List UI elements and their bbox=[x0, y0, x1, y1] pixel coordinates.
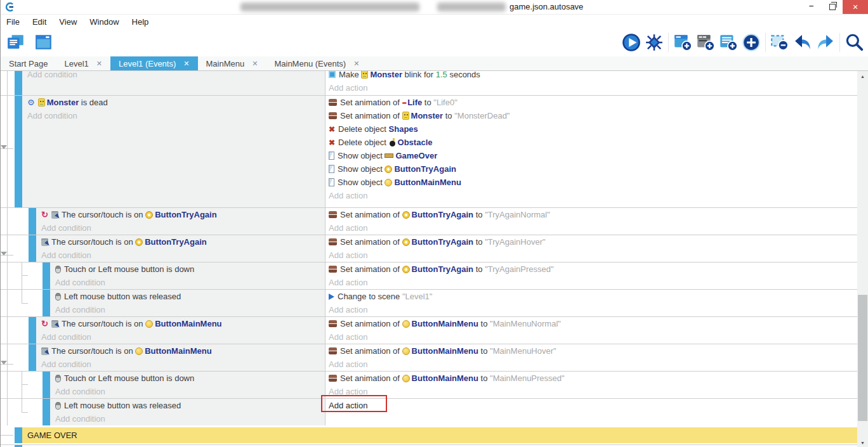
add-comment-icon[interactable] bbox=[717, 31, 740, 54]
tab-bar: Start PageLevel1✕Level1 (Events)✕MainMen… bbox=[1, 56, 868, 71]
add-other-event-icon[interactable] bbox=[740, 31, 763, 54]
coin-ring-icon bbox=[402, 266, 410, 273]
tab-mainmenu-events-[interactable]: MainMenu (Events)✕ bbox=[266, 56, 367, 70]
search-icon[interactable] bbox=[843, 31, 865, 54]
debug-bug-icon[interactable] bbox=[643, 31, 666, 54]
action-line[interactable]: Show object ButtonTryAgain bbox=[329, 162, 857, 176]
menu-item-window[interactable]: Window bbox=[88, 17, 126, 27]
tab-close-icon[interactable]: ✕ bbox=[183, 60, 189, 68]
menu-item-file[interactable]: File bbox=[4, 17, 27, 27]
action-line[interactable]: Set animation of ButtonMainMenu to "Main… bbox=[329, 372, 857, 385]
add-action-link[interactable]: Add action bbox=[329, 221, 857, 235]
add-condition-link[interactable]: Add condition bbox=[41, 330, 325, 344]
event-selection-bar[interactable] bbox=[29, 208, 36, 235]
tab-level1[interactable]: Level1✕ bbox=[56, 56, 110, 70]
action-line[interactable]: Set animation of Life to "Life0" bbox=[329, 96, 857, 109]
add-action-link[interactable]: Add action bbox=[329, 358, 857, 371]
event-sheet: Add conditionMake Monster blink for 1.5 … bbox=[1, 71, 868, 447]
restore-icon[interactable] bbox=[822, 0, 843, 14]
condition-line[interactable]: Touch or Left mouse button is down bbox=[55, 262, 325, 276]
add-condition-link[interactable]: Add condition bbox=[55, 276, 325, 289]
add-condition-link[interactable]: Add condition bbox=[55, 412, 325, 425]
add-action-link[interactable]: Add action bbox=[329, 303, 857, 316]
add-action-link[interactable]: Add action bbox=[329, 249, 857, 262]
action-line[interactable]: Make Monster blink for 1.5 seconds bbox=[329, 71, 857, 81]
events-sheet-icon[interactable] bbox=[4, 31, 27, 54]
scroll-up-icon[interactable]: ▲ bbox=[857, 71, 868, 82]
tab-mainmenu[interactable]: MainMenu✕ bbox=[198, 56, 266, 70]
close-icon[interactable] bbox=[843, 0, 868, 14]
condition-line[interactable]: The cursor/touch is on ButtonMainMenu bbox=[41, 317, 325, 330]
add-action-link[interactable]: Add action bbox=[329, 189, 857, 202]
tab-close-icon[interactable]: ✕ bbox=[252, 60, 258, 68]
minimize-icon[interactable] bbox=[801, 0, 822, 14]
add-event-icon[interactable] bbox=[671, 31, 694, 54]
menu-item-help[interactable]: Help bbox=[130, 17, 156, 27]
tab-start-page[interactable]: Start Page bbox=[1, 56, 56, 70]
object-name: ButtonTryAgain bbox=[394, 164, 456, 174]
add-action-link[interactable]: Add action bbox=[329, 81, 857, 94]
add-action-link[interactable]: Add action bbox=[329, 399, 857, 412]
action-line[interactable]: Set animation of ButtonTryAgain to "TryA… bbox=[329, 208, 857, 221]
event-selection-bar[interactable] bbox=[15, 96, 22, 207]
scene-editor-icon[interactable] bbox=[32, 31, 55, 54]
action-line[interactable]: Delete object Shapes bbox=[329, 122, 857, 136]
add-condition-link[interactable]: Add condition bbox=[55, 303, 325, 316]
action-line[interactable]: Delete object Obstacle bbox=[329, 136, 857, 149]
event-selection-bar[interactable] bbox=[43, 290, 50, 316]
object-reference: Monster bbox=[361, 71, 402, 79]
redo-icon[interactable] bbox=[814, 31, 837, 54]
condition-line[interactable]: Monster is dead bbox=[27, 96, 325, 109]
condition-line[interactable]: Left mouse button was released bbox=[55, 399, 325, 412]
scrollbar-thumb[interactable] bbox=[858, 295, 867, 421]
add-condition-link[interactable]: Add condition bbox=[41, 221, 325, 235]
event-selection-bar[interactable] bbox=[29, 317, 36, 344]
action-line[interactable]: Show object GameOver bbox=[329, 149, 857, 162]
add-action-link[interactable]: Add action bbox=[329, 330, 857, 344]
add-condition-link[interactable]: Add condition bbox=[41, 358, 325, 371]
action-line[interactable]: Set animation of ButtonTryAgain to "TryA… bbox=[329, 262, 857, 276]
vertical-scrollbar[interactable]: ▲ ▼ bbox=[857, 71, 868, 447]
event-selection-bar[interactable] bbox=[15, 71, 22, 95]
action-line[interactable]: Set animation of ButtonTryAgain to "TryA… bbox=[329, 235, 857, 249]
action-line[interactable]: Set animation of ButtonMainMenu to "Main… bbox=[329, 317, 857, 330]
menu-item-edit[interactable]: Edit bbox=[30, 17, 53, 27]
tab-close-icon[interactable]: ✕ bbox=[353, 60, 359, 68]
event-selection-bar[interactable] bbox=[15, 427, 22, 443]
event-selection-bar[interactable] bbox=[43, 372, 50, 398]
indent-spacer bbox=[1, 290, 43, 316]
action-line[interactable]: Set animation of Monster to "MonsterDead… bbox=[329, 109, 857, 122]
preview-play-icon[interactable] bbox=[620, 31, 643, 54]
add-condition-link[interactable]: Add condition bbox=[27, 109, 325, 122]
undo-icon[interactable] bbox=[791, 31, 814, 54]
action-line[interactable]: Change to scene "Level1" bbox=[329, 290, 857, 303]
condition-line[interactable]: The cursor/touch is on ButtonTryAgain bbox=[41, 235, 325, 249]
add-condition-link[interactable]: Add condition bbox=[55, 385, 325, 398]
condition-line[interactable]: The cursor/touch is on ButtonTryAgain bbox=[41, 208, 325, 221]
text-segment: Set animation of bbox=[340, 319, 402, 328]
comment-row[interactable]: GAME OVER bbox=[1, 427, 857, 443]
event-selection-bar[interactable] bbox=[43, 262, 50, 289]
action-line[interactable]: Show object ButtonMainMenu bbox=[329, 176, 857, 189]
event-selection-bar[interactable] bbox=[29, 235, 36, 262]
add-action-link[interactable]: Add action bbox=[329, 276, 857, 289]
tab-close-icon[interactable]: ✕ bbox=[96, 60, 102, 68]
redacted-title-text bbox=[240, 3, 419, 11]
action-line[interactable]: Set animation of ButtonMainMenu to "Main… bbox=[329, 344, 857, 358]
condition-line[interactable]: The cursor/touch is on ButtonMainMenu bbox=[41, 344, 325, 358]
event-selection-bar[interactable] bbox=[29, 344, 36, 371]
comment-body[interactable]: GAME OVER bbox=[22, 427, 857, 443]
scroll-down-icon[interactable]: ▼ bbox=[857, 437, 868, 447]
event-selection-bar[interactable] bbox=[43, 399, 50, 425]
tab-level1-events-[interactable]: Level1 (Events)✕ bbox=[110, 56, 198, 70]
toggle-disabled-icon[interactable] bbox=[768, 31, 791, 54]
condition-line[interactable]: Touch or Left mouse button is down bbox=[55, 372, 325, 385]
add-condition-link[interactable]: Add condition bbox=[41, 249, 325, 262]
add-sub-event-icon[interactable] bbox=[694, 31, 717, 54]
menu-item-view[interactable]: View bbox=[57, 17, 84, 27]
add-condition-link[interactable]: Add condition bbox=[27, 71, 325, 81]
toolbar bbox=[1, 29, 868, 56]
object-reference: ButtonMainMenu bbox=[145, 319, 221, 328]
condition-line[interactable]: Left mouse button was released bbox=[55, 290, 325, 303]
add-action-link[interactable]: Add action bbox=[329, 385, 857, 398]
